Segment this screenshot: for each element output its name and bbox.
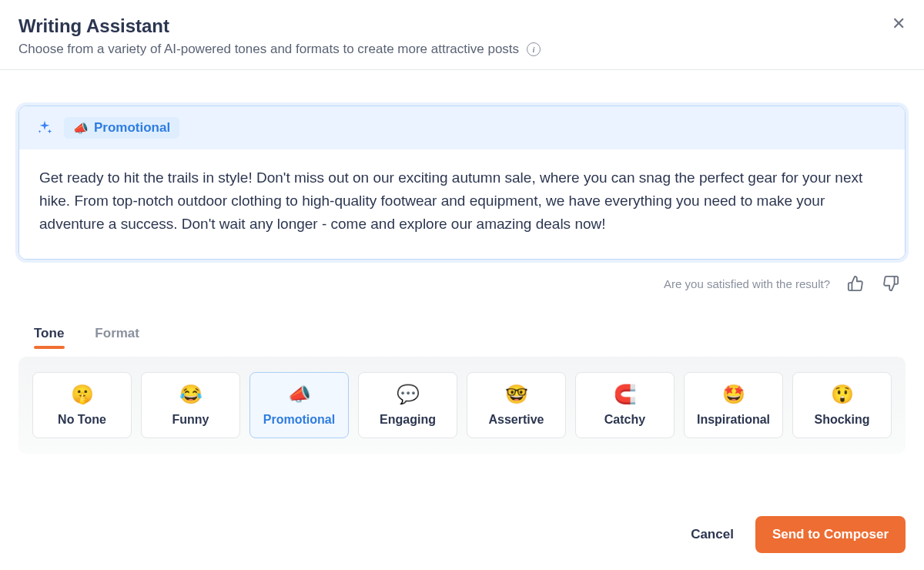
tone-emoji: 📣: [288, 385, 311, 404]
thumbs-up-button[interactable]: [845, 273, 865, 293]
tone-emoji: 💬: [397, 385, 420, 404]
tone-badge: 📣 Promotional: [64, 117, 179, 139]
tone-emoji: 🤫: [71, 385, 94, 404]
tone-emoji: 😲: [831, 385, 854, 404]
modal-footer: Cancel Send to Composer: [0, 499, 924, 570]
thumbs-down-button[interactable]: [881, 273, 901, 293]
tone-label: Promotional: [263, 413, 335, 427]
tone-option-assertive[interactable]: 🤓 Assertive: [467, 372, 566, 438]
tone-label: No Tone: [58, 413, 106, 427]
subtitle-row: Choose from a variety of AI-powered tone…: [18, 42, 906, 57]
tone-option-shocking[interactable]: 😲 Shocking: [792, 372, 892, 438]
info-icon[interactable]: i: [527, 42, 541, 56]
send-to-composer-button[interactable]: Send to Composer: [755, 516, 906, 553]
thumbs-down-icon: [882, 275, 899, 292]
tone-label: Funny: [172, 413, 209, 427]
tab-tone[interactable]: Tone: [34, 326, 64, 347]
tone-option-funny[interactable]: 😂 Funny: [141, 372, 240, 438]
tone-label: Engaging: [380, 413, 436, 427]
tone-option-catchy[interactable]: 🧲 Catchy: [575, 372, 675, 438]
tab-format[interactable]: Format: [95, 326, 139, 347]
modal-body: 📣 Promotional Get ready to hit the trail…: [0, 70, 924, 499]
tone-option-inspirational[interactable]: 🤩 Inspirational: [684, 372, 783, 438]
result-card-body: Get ready to hit the trails in style! Do…: [19, 149, 905, 259]
tone-label: Assertive: [488, 413, 544, 427]
tone-option-promotional[interactable]: 📣 Promotional: [249, 372, 349, 438]
close-icon: ✕: [892, 14, 906, 33]
close-button[interactable]: ✕: [892, 15, 906, 32]
result-card: 📣 Promotional Get ready to hit the trail…: [18, 106, 906, 260]
tone-panel: 🤫 No Tone 😂 Funny 📣 Promotional 💬 Engagi…: [18, 357, 906, 454]
tone-emoji: 🧲: [614, 385, 637, 404]
tabs: Tone Format: [18, 326, 906, 347]
tone-emoji: 😂: [179, 385, 203, 404]
writing-assistant-modal: Writing Assistant Choose from a variety …: [0, 0, 924, 570]
tone-emoji: 🤩: [722, 385, 745, 404]
tone-emoji: 🤓: [505, 385, 528, 404]
tone-option-engaging[interactable]: 💬 Engaging: [358, 372, 457, 438]
modal-title: Writing Assistant: [18, 15, 906, 37]
tone-label: Catchy: [604, 413, 645, 427]
modal-subtitle: Choose from a variety of AI-powered tone…: [18, 42, 519, 57]
feedback-row: Are you satisfied with the result?: [18, 273, 906, 293]
tone-label: Inspirational: [697, 413, 770, 427]
generated-text: Get ready to hit the trails in style! Do…: [39, 166, 885, 236]
megaphone-icon: 📣: [73, 121, 89, 136]
feedback-label: Are you satisfied with the result?: [664, 277, 830, 290]
tone-badge-label: Promotional: [94, 120, 170, 136]
thumbs-up-icon: [847, 275, 864, 292]
cancel-button[interactable]: Cancel: [691, 527, 734, 542]
result-card-header: 📣 Promotional: [19, 106, 905, 149]
tone-label: Shocking: [814, 413, 869, 427]
sparkle-icon: [36, 119, 53, 136]
modal-header: Writing Assistant Choose from a variety …: [0, 0, 924, 70]
tone-option-no-tone[interactable]: 🤫 No Tone: [32, 372, 132, 438]
